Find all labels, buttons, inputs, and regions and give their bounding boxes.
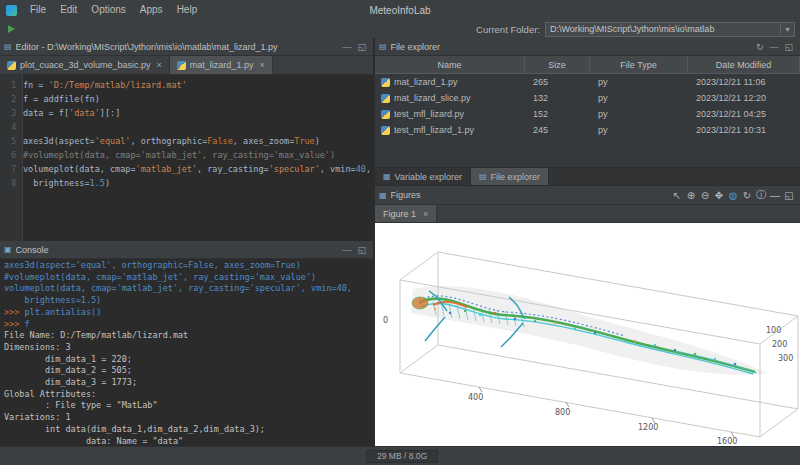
current-folder-value: D:\Working\MIScript\Jython\mis\io\matlab bbox=[546, 24, 780, 34]
file-row[interactable]: test_mfl_lizard.py152py2023/12/21 04:25 bbox=[375, 106, 800, 122]
console-panel-title: Console bbox=[16, 245, 49, 255]
editor-tab-bar: plot_cuace_3d_volume_basic.py × mat_liza… bbox=[0, 56, 373, 75]
axis-ticks bbox=[479, 387, 734, 437]
folder-icon: ▤ bbox=[379, 42, 387, 51]
x-tick-1200: 1200 bbox=[638, 423, 658, 432]
float-icon[interactable]: ◱ bbox=[354, 245, 369, 255]
figures-icon: ▦ bbox=[379, 191, 387, 200]
file-explorer-title: File explorer bbox=[391, 42, 441, 52]
console-line: Dimensions: 3 bbox=[4, 342, 369, 354]
tab-mat-lizard-1[interactable]: mat_lizard_1.py × bbox=[170, 56, 273, 74]
file-table-header: Name Size File Type Date Modified bbox=[375, 56, 800, 74]
select-icon[interactable]: ↖ bbox=[670, 190, 684, 201]
y-tick-100: 100 bbox=[766, 326, 781, 335]
editor-icon: ▤ bbox=[4, 42, 12, 51]
column-header-filetype[interactable]: File Type bbox=[590, 56, 688, 73]
menu-options[interactable]: Options bbox=[84, 0, 132, 20]
tab-plot-cuace-3d-volume-basic[interactable]: plot_cuace_3d_volume_basic.py × bbox=[0, 56, 170, 74]
file-explorer-icon: ▤ bbox=[479, 172, 487, 181]
minimize-icon[interactable]: — bbox=[768, 190, 782, 201]
minimize-icon[interactable]: — bbox=[339, 245, 354, 255]
column-header-size[interactable]: Size bbox=[525, 56, 590, 73]
minimize-icon[interactable]: — bbox=[339, 42, 354, 52]
x-tick-1600: 1600 bbox=[717, 437, 737, 446]
figure-tab-bar: Figure 1 × bbox=[375, 205, 800, 223]
column-header-name[interactable]: Name bbox=[375, 56, 525, 73]
close-icon[interactable]: × bbox=[157, 60, 162, 70]
tab-file-explorer[interactable]: ▤ File explorer bbox=[471, 168, 549, 185]
origin-tick: 0 bbox=[383, 316, 388, 325]
tab-label: Figure 1 bbox=[383, 209, 416, 219]
figure-canvas[interactable]: 400 800 1200 1600 100 200 300 0 bbox=[375, 223, 800, 447]
figures-toolbar: ↖ ⊕ ⊖ ✥ ◍ ↻ ⓘ — ◱ bbox=[670, 188, 796, 202]
console-panel: ▣ Console — ◱ axes3d(aspect='equal', ort… bbox=[0, 241, 373, 447]
rotate-icon[interactable]: ↻ bbox=[740, 190, 754, 201]
menubar: File Edit Options Apps Help MeteoInfoLab bbox=[0, 0, 800, 21]
python-file-icon bbox=[381, 78, 390, 87]
console-output[interactable]: axes3d(aspect='equal', orthographic=Fals… bbox=[0, 259, 373, 447]
menu-edit[interactable]: Edit bbox=[53, 0, 84, 20]
zoom-in-icon[interactable]: ⊕ bbox=[684, 190, 698, 201]
menu-apps[interactable]: Apps bbox=[133, 0, 170, 20]
run-script-button[interactable] bbox=[8, 25, 15, 33]
editor-header-tools: — ◱ bbox=[339, 42, 369, 52]
zoom-out-icon[interactable]: ⊖ bbox=[698, 190, 712, 201]
file-row[interactable]: mat_lizard_slice.py132py2023/12/21 12:20 bbox=[375, 90, 800, 106]
console-line: #volumeplot(data, cmap='matlab_jet', ray… bbox=[4, 272, 369, 284]
column-header-date[interactable]: Date Modified bbox=[688, 56, 800, 73]
tab-figure-1[interactable]: Figure 1 × bbox=[375, 205, 437, 222]
info-icon[interactable]: ⓘ bbox=[754, 188, 768, 202]
chevron-down-icon[interactable]: ▾ bbox=[780, 24, 794, 35]
console-line: axes3d(aspect='equal', orthographic=Fals… bbox=[4, 260, 369, 272]
file-row[interactable]: mat_lizard_1.py265py2023/12/21 11:06 bbox=[375, 74, 800, 90]
close-icon[interactable]: × bbox=[423, 209, 428, 219]
figures-panel-title: Figures bbox=[391, 190, 421, 200]
pan-icon[interactable]: ✥ bbox=[712, 190, 726, 201]
float-icon[interactable]: ◱ bbox=[781, 42, 796, 52]
float-icon[interactable]: ◱ bbox=[354, 42, 369, 52]
console-line: brightness=1.5) bbox=[4, 295, 369, 307]
python-file-icon bbox=[177, 61, 186, 70]
x-tick-800: 800 bbox=[555, 408, 570, 417]
console-line: dim_data_2 = 505; bbox=[4, 365, 369, 377]
file-explorer-tools: ↻ — ◱ bbox=[753, 42, 796, 52]
memory-indicator[interactable]: 29 MB / 8.0G bbox=[366, 450, 438, 463]
console-line: dim_data_1 = 220; bbox=[4, 354, 369, 366]
code-line: 2f = addfile(fn) bbox=[0, 92, 373, 106]
tab-variable-explorer[interactable]: ▦ Variable explorer bbox=[375, 168, 471, 185]
python-file-icon bbox=[381, 126, 390, 135]
python-file-icon bbox=[7, 61, 16, 70]
y-tick-300: 300 bbox=[778, 354, 793, 363]
globe-icon[interactable]: ◍ bbox=[726, 190, 740, 201]
code-lines: 1fn = 'D:/Temp/matlab/lizard.mat'2f = ad… bbox=[0, 75, 373, 190]
file-row[interactable]: test_mfl_lizard_1.py245py2023/12/21 10:3… bbox=[375, 122, 800, 138]
float-icon[interactable]: ◱ bbox=[782, 190, 796, 201]
code-editor[interactable]: 1fn = 'D:/Temp/matlab/lizard.mat'2f = ad… bbox=[0, 75, 373, 241]
console-line: int data(dim_data_1,dim_data_2,dim_data_… bbox=[4, 424, 369, 436]
main-area: ▤ Editor - D:\Working\MIScript\Jython\mi… bbox=[0, 38, 800, 447]
current-folder-label: Current Folder: bbox=[476, 24, 540, 35]
current-folder-group: Current Folder: D:\Working\MIScript\Jyth… bbox=[476, 22, 795, 37]
tab-label: plot_cuace_3d_volume_basic.py bbox=[20, 60, 151, 70]
menu-help[interactable]: Help bbox=[170, 0, 205, 20]
menu-file[interactable]: File bbox=[23, 0, 53, 20]
editor-panel-header: ▤ Editor - D:\Working\MIScript\Jython\mi… bbox=[0, 38, 373, 56]
console-line: >>> f bbox=[4, 319, 369, 331]
tab-label: File explorer bbox=[491, 172, 541, 182]
current-folder-combobox[interactable]: D:\Working\MIScript\Jython\mis\io\matlab… bbox=[545, 22, 795, 37]
left-column: ▤ Editor - D:\Working\MIScript\Jython\mi… bbox=[0, 38, 373, 447]
code-line: 8 brightness=1.5) bbox=[0, 176, 373, 190]
code-line: 5axes3d(aspect='equal', orthographic=Fal… bbox=[0, 134, 373, 148]
console-line: volumeplot(data, cmap='matlab_jet', ray_… bbox=[4, 283, 369, 295]
minimize-icon[interactable]: — bbox=[766, 42, 781, 52]
refresh-icon[interactable]: ↻ bbox=[753, 42, 767, 52]
figures-panel-header: ▦ Figures ↖ ⊕ ⊖ ✥ ◍ ↻ ⓘ — ◱ bbox=[375, 186, 800, 205]
close-icon[interactable]: × bbox=[259, 60, 264, 70]
code-line: 1fn = 'D:/Temp/matlab/lizard.mat' bbox=[0, 78, 373, 92]
console-line: Variations: 1 bbox=[4, 412, 369, 424]
console-icon: ▣ bbox=[4, 245, 12, 254]
console-panel-header: ▣ Console — ◱ bbox=[0, 241, 373, 259]
x-tick-400: 400 bbox=[468, 393, 483, 402]
explorer-tab-bar: ▦ Variable explorer ▤ File explorer bbox=[375, 167, 800, 186]
file-list: mat_lizard_1.py265py2023/12/21 11:06mat_… bbox=[375, 74, 800, 138]
